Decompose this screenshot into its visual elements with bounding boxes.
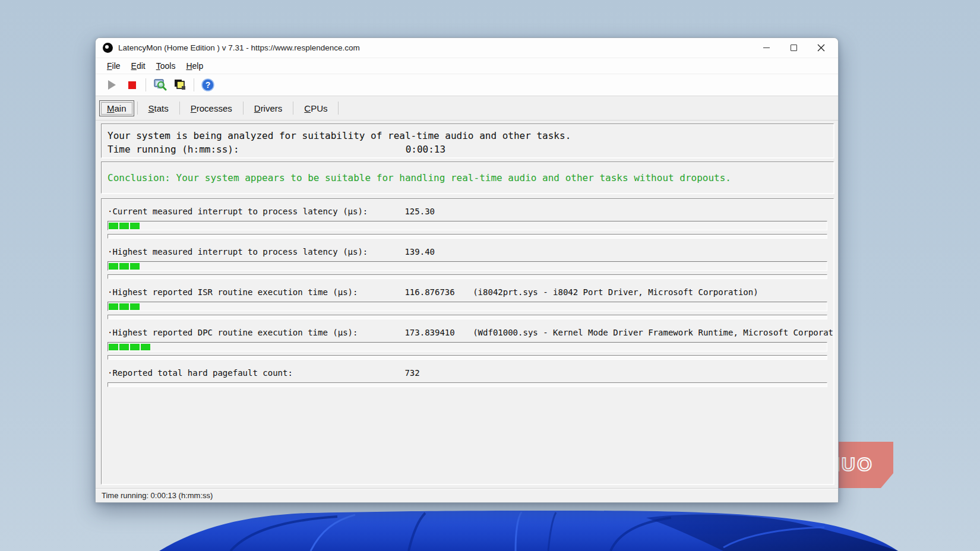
window-title: LatencyMon (Home Edition ) v 7.31 - http… (118, 43, 360, 52)
metric-value: 732 (404, 368, 419, 378)
analysis-status-text: Your system is being analyzed for suitab… (108, 129, 827, 142)
metric-value: 173.839410 (404, 328, 454, 337)
scale-bar (108, 315, 827, 319)
latency-progress-bar (108, 221, 827, 230)
menu-tools[interactable]: Tools (151, 59, 181, 72)
latencymon-app-icon (103, 43, 113, 53)
metric-row-current-latency: ·Current measured interrupt to process l… (108, 206, 827, 239)
stop-icon (128, 81, 136, 89)
status-time-running: Time running: 0:00:13 (h:mm:ss) (102, 491, 213, 500)
close-icon (817, 44, 825, 52)
conclusion-panel: Conclusion: Your system appears to be su… (101, 162, 834, 194)
latency-progress-bar (108, 302, 827, 311)
analysis-info-panel: Your system is being analyzed for suitab… (101, 124, 834, 158)
stop-monitor-button[interactable] (123, 77, 141, 93)
scale-bar (108, 382, 827, 387)
main-tab-page: Your system is being analyzed for suitab… (96, 120, 838, 488)
tab-processes[interactable]: Processes (183, 100, 240, 116)
menu-edit[interactable]: Edit (126, 59, 151, 72)
stacked-windows-icon (173, 78, 187, 92)
metric-label: ·Highest reported DPC routine execution … (108, 327, 400, 338)
metric-value: 116.876736 (404, 287, 454, 297)
minimize-button[interactable] (753, 39, 780, 58)
tab-drivers[interactable]: Drivers (246, 100, 290, 116)
start-monitor-button[interactable] (103, 77, 121, 93)
help-button[interactable]: ? (199, 77, 217, 93)
time-running-value: 0:00:13 (406, 144, 445, 155)
tab-stats[interactable]: Stats (141, 100, 176, 116)
scale-bar (108, 355, 827, 360)
toolbar-separator (146, 78, 146, 91)
latencymon-window: LatencyMon (Home Edition ) v 7.31 - http… (95, 37, 839, 503)
metric-label: ·Reported total hard pagefault count: (108, 368, 400, 379)
time-running-label: Time running (h:mm:ss): (108, 142, 400, 156)
metric-row-pagefault-count: ·Reported total hard pagefault count: 73… (108, 368, 827, 387)
metric-detail: (Wdf01000.sys - Kernel Mode Driver Frame… (473, 328, 834, 337)
analyzer-icon (153, 78, 167, 92)
metric-row-dpc-time: ·Highest reported DPC routine execution … (108, 327, 827, 360)
help-icon: ? (201, 78, 215, 92)
menu-help[interactable]: Help (181, 59, 208, 72)
titlebar[interactable]: LatencyMon (Home Edition ) v 7.31 - http… (96, 38, 838, 58)
maximize-icon (791, 45, 797, 51)
processes-window-button[interactable] (171, 77, 189, 93)
minimize-icon (763, 48, 770, 48)
windows-bloom-wallpaper (159, 511, 898, 551)
svg-text:?: ? (206, 80, 211, 90)
metrics-panel: ·Current measured interrupt to process l… (101, 198, 834, 484)
menu-bar: File Edit Tools Help (96, 58, 838, 74)
status-bar: Time running: 0:00:13 (h:mm:ss) (96, 488, 838, 502)
latency-progress-bar (108, 261, 827, 271)
menu-file[interactable]: File (102, 59, 126, 72)
metric-label: ·Current measured interrupt to process l… (108, 206, 400, 217)
metric-label: ·Highest measured interrupt to process l… (108, 246, 400, 258)
tab-main[interactable]: Main (99, 100, 134, 116)
analyzer-button[interactable] (151, 77, 169, 93)
desktop-background: MUO LatencyMon (Home Edition ) v 7.31 - … (0, 0, 980, 551)
conclusion-text: Conclusion: Your system appears to be su… (108, 172, 731, 183)
tab-bar: Main Stats Processes Drivers CPUs (96, 96, 838, 120)
metric-detail: (i8042prt.sys - i8042 Port Driver, Micro… (473, 287, 758, 297)
scale-bar (108, 274, 827, 279)
maximize-button[interactable] (780, 39, 807, 58)
toolbar-separator (194, 78, 194, 91)
close-button[interactable] (807, 39, 834, 58)
metric-value: 139.40 (404, 247, 435, 256)
tab-cpus[interactable]: CPUs (296, 100, 335, 116)
scale-bar (108, 234, 827, 239)
metric-label: ·Highest reported ISR routine execution … (108, 287, 400, 298)
metric-row-isr-time: ·Highest reported ISR routine execution … (108, 287, 827, 319)
toolbar: ? (96, 74, 838, 96)
metric-value: 125.30 (404, 207, 435, 216)
play-icon (108, 80, 116, 90)
metric-row-highest-latency: ·Highest measured interrupt to process l… (108, 246, 827, 279)
latency-progress-bar (108, 342, 827, 352)
